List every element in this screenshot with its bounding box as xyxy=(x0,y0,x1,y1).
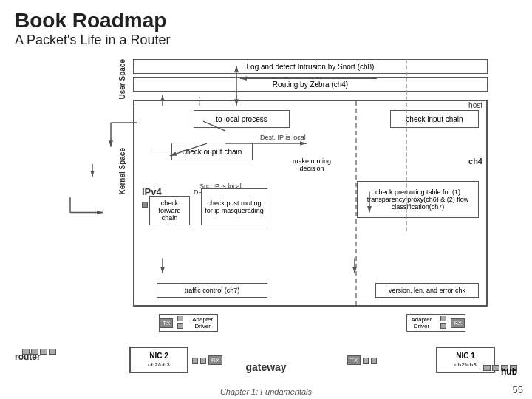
gateway-label: gateway xyxy=(245,361,286,373)
title-area: Book Roadmap A Packet's Life in a Router xyxy=(0,0,532,52)
adapter-driver-right-label: Adapter Driver xyxy=(407,316,436,330)
check-forward-chain-box: check forward chain xyxy=(149,196,190,225)
hub-port-2 xyxy=(492,365,499,371)
router-port-4 xyxy=(49,349,56,355)
adapter-chip-squares xyxy=(175,316,185,330)
version-len-box: version, len, and error chk xyxy=(375,283,479,298)
adapter-chip-right-sq xyxy=(438,316,449,330)
check-prerouting-box: check prerouting table for (1) transpare… xyxy=(357,181,479,218)
slide: Book Roadmap A Packet's Life in a Router… xyxy=(0,0,532,399)
nic2-box: NIC 2 ch2/ch3 xyxy=(129,347,188,373)
chapter-label: Chapter 1: Fundamentals xyxy=(220,387,312,396)
adapter-chip-r2 xyxy=(440,323,446,329)
dest-ip-local-label: Dest. IP is local xyxy=(260,134,306,141)
nic1-tx-area: TX xyxy=(347,355,377,365)
host-label: host xyxy=(468,101,482,109)
log-detect-box: Log and detect Intrusion by Snort (ch8) xyxy=(133,59,488,74)
adapter-chip-nic2-2 xyxy=(200,358,206,364)
adapter-chip-r1 xyxy=(440,316,446,321)
nic2-rx-area: RX xyxy=(192,355,222,365)
hub-port-1 xyxy=(483,365,491,371)
nic2-area: TX Adapter Driver NIC 2 ch2/ch3 RX xyxy=(129,314,262,377)
hub-label: hub xyxy=(501,366,517,377)
adapter-driver-left-label: Adapter Driver xyxy=(188,316,217,330)
router-label: router xyxy=(15,352,41,362)
ch4-label: ch4 xyxy=(468,157,482,166)
rx-chip-right: RX xyxy=(451,318,465,328)
bottom-area: router TX Adapter Driver NIC 2 ch2/ch3 xyxy=(15,310,517,377)
check-output-chain-box: check ouput chain xyxy=(171,143,253,160)
adapter-driver-left: TX Adapter Driver xyxy=(159,314,218,332)
nic1-area: ch3 Adapter Driver RX TX xyxy=(347,314,495,377)
kernel-space-label: Kernel Space xyxy=(118,148,126,194)
sub-title: A Packet's Life in a Router xyxy=(15,33,517,48)
nic1-label: NIC 1 xyxy=(456,352,475,360)
nic1-chip-2 xyxy=(371,358,377,364)
routing-box: Routing by Zebra (ch4) xyxy=(133,77,488,92)
adapter-chip-1 xyxy=(177,316,183,321)
kernel-section: to local process check input chain Dest.… xyxy=(133,100,488,307)
to-local-box: to local process xyxy=(194,110,290,128)
page-number: 55 xyxy=(513,384,523,395)
check-input-chain-box: check input chain xyxy=(390,110,479,128)
main-title: Book Roadmap xyxy=(15,9,517,33)
traffic-control-box: traffic control (ch7) xyxy=(157,283,267,298)
check-post-routing-box: check post routing for ip masquerading xyxy=(201,188,267,225)
adapter-driver-right: Adapter Driver RX xyxy=(406,314,466,332)
nic2-label: NIC 2 xyxy=(149,352,168,360)
nic1-chip-1 xyxy=(363,358,369,364)
nic2-sub-label: ch2/ch3 xyxy=(148,361,170,368)
user-space-section: Log and detect Intrusion by Snort (ch8) … xyxy=(133,59,488,98)
tx-chip-nic1: TX xyxy=(347,355,361,365)
user-space-label: User Space xyxy=(118,59,126,99)
kernel-dashed-divider xyxy=(355,101,357,305)
tx-chip-left: TX xyxy=(160,318,173,328)
diagram-area: User Space Kernel Space Log and detect I… xyxy=(15,59,517,377)
router-port-3 xyxy=(40,349,47,355)
rx-chip-nic2: RX xyxy=(208,355,222,365)
adapter-chip-2 xyxy=(177,323,183,329)
adapter-chip-nic2 xyxy=(192,358,198,364)
chip-sq-1 xyxy=(142,202,148,208)
nic1-sub-label: ch2/ch3 xyxy=(454,361,477,368)
make-routing-box: make routing decision xyxy=(282,151,341,178)
